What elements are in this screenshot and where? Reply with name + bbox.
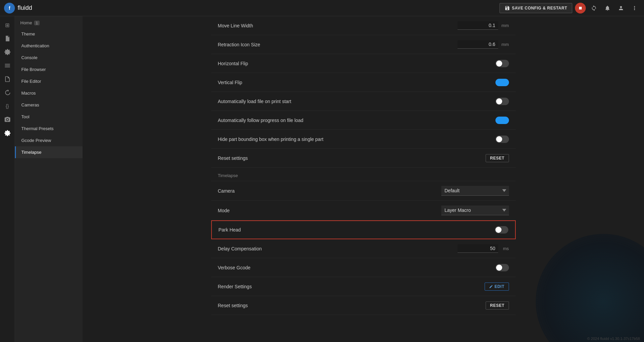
sidebar-item-authentication[interactable]: Authentication	[15, 40, 83, 52]
retraction-icon-size-input[interactable]	[458, 40, 498, 49]
horizontal-flip-row: Horizontal Flip	[211, 54, 516, 73]
reset-settings-label-2: Reset settings	[218, 303, 486, 308]
delay-compensation-input[interactable]	[458, 244, 498, 253]
sidebar-item-file-editor[interactable]: File Editor	[15, 75, 83, 87]
move-line-width-control: mm	[458, 21, 509, 30]
delay-compensation-row: Delay Compensation ms	[211, 239, 516, 258]
verbose-gcode-toggle[interactable]	[495, 264, 509, 271]
reset-button-2[interactable]: RESET	[486, 301, 509, 310]
park-head-row: Park Head	[211, 220, 516, 239]
more-icon	[631, 5, 638, 11]
verbose-gcode-label: Verbose Gcode	[218, 265, 495, 270]
move-line-width-label: Move Line Width	[218, 23, 458, 28]
horizontal-flip-label: Horizontal Flip	[218, 61, 495, 66]
bell-icon	[604, 5, 610, 11]
sidebar-icon-braces[interactable]: {}	[1, 100, 14, 112]
topbar: f fluidd SAVE CONFIG & RESTART	[0, 0, 644, 16]
render-settings-control: EDIT	[485, 283, 509, 291]
camera-control: Default	[441, 186, 509, 196]
vertical-flip-row: Vertical Flip	[211, 73, 516, 92]
save-icon	[505, 5, 510, 11]
sidebar-item-cameras[interactable]: Cameras	[15, 99, 83, 111]
content-area: Move Line Width mm Retraction Icon Size …	[83, 16, 644, 342]
reset-settings-row-1: Reset settings RESET	[211, 149, 516, 168]
sidebar-icon-file[interactable]	[1, 73, 14, 85]
app-title: fluidd	[18, 4, 497, 11]
sidebar-item-theme[interactable]: Theme	[15, 28, 83, 40]
main-layout: ⊞ {} Home 1 Theme	[0, 16, 644, 342]
horizontal-flip-thumb	[496, 60, 502, 67]
auto-load-file-label: Automatically load file on print start	[218, 99, 495, 104]
auto-follow-progress-toggle[interactable]	[495, 117, 509, 124]
icon-bar: ⊞ {}	[0, 16, 15, 342]
hide-bounding-box-thumb	[496, 136, 502, 142]
reset-settings-control-2: RESET	[486, 301, 509, 310]
reset-settings-label-1: Reset settings	[218, 155, 486, 161]
camera-label: Camera	[218, 188, 441, 194]
notifications-button[interactable]	[602, 3, 613, 14]
auto-follow-progress-control	[495, 117, 509, 124]
hide-bounding-box-toggle[interactable]	[495, 136, 509, 143]
save-config-button[interactable]: SAVE CONFIG & RESTART	[499, 3, 572, 13]
sidebar-item-gcode-preview[interactable]: Gcode Preview	[15, 135, 83, 146]
auto-follow-progress-label: Automatically follow progress on file lo…	[218, 118, 495, 123]
mode-label: Mode	[218, 208, 441, 213]
retraction-icon-size-unit: mm	[501, 42, 509, 47]
move-line-width-input[interactable]	[458, 21, 498, 30]
user-button[interactable]	[616, 3, 626, 14]
reset-button-1[interactable]: RESET	[486, 154, 509, 162]
mode-control: Layer Macro Hyperlapse	[441, 205, 509, 215]
reset-settings-control-1: RESET	[486, 154, 509, 162]
sidebar-icon-print[interactable]	[1, 32, 14, 45]
stop-icon	[578, 5, 583, 11]
refresh-button[interactable]	[589, 3, 599, 14]
verbose-gcode-control	[495, 264, 509, 271]
edit-render-button[interactable]: EDIT	[485, 283, 509, 291]
sidebar-icon-layers[interactable]	[1, 59, 14, 72]
hide-bounding-box-label: Hide part bounding box when printing a s…	[218, 137, 495, 142]
sidebar-item-tool[interactable]: Tool	[15, 111, 83, 123]
sidebar-item-thermal-presets[interactable]: Thermal Presets	[15, 123, 83, 135]
edit-icon	[489, 285, 493, 289]
sidebar-item-macros[interactable]: Macros	[15, 87, 83, 99]
retraction-icon-size-row: Retraction Icon Size mm	[211, 35, 516, 54]
mode-select[interactable]: Layer Macro Hyperlapse	[441, 205, 509, 215]
stop-button[interactable]	[575, 3, 586, 14]
render-settings-label: Render Settings	[218, 284, 485, 289]
sidebar-item-file-browser[interactable]: File Browser	[15, 64, 83, 75]
sidebar-icon-settings[interactable]	[1, 46, 14, 58]
mode-row: Mode Layer Macro Hyperlapse	[211, 201, 516, 220]
park-head-label: Park Head	[219, 227, 495, 233]
vertical-flip-toggle[interactable]	[495, 79, 509, 86]
more-menu-button[interactable]	[629, 3, 640, 14]
vertical-flip-label: Vertical Flip	[218, 80, 495, 85]
move-line-width-row: Move Line Width mm	[211, 16, 516, 35]
auto-load-file-thumb	[496, 98, 502, 104]
timelapse-section-header: Timelapse	[211, 168, 516, 181]
horizontal-flip-toggle[interactable]	[495, 60, 509, 67]
auto-load-file-toggle[interactable]	[495, 98, 509, 105]
camera-select[interactable]: Default	[441, 186, 509, 196]
sidebar-icon-camera[interactable]	[1, 114, 14, 126]
auto-follow-progress-row: Automatically follow progress on file lo…	[211, 111, 516, 130]
delay-compensation-control: ms	[458, 244, 509, 253]
park-head-thumb	[495, 227, 502, 233]
horizontal-flip-control	[495, 60, 509, 67]
sidebar-icon-gear-active[interactable]	[1, 127, 14, 139]
render-settings-row: Render Settings EDIT	[211, 277, 516, 296]
verbose-gcode-thumb	[496, 265, 502, 271]
vertical-flip-track	[495, 79, 509, 86]
user-icon	[618, 5, 624, 11]
settings-section: Move Line Width mm Retraction Icon Size …	[211, 16, 516, 315]
app-logo: f	[4, 3, 15, 14]
sidebar: Home 1 Theme Authentication Console File…	[15, 16, 83, 342]
retraction-icon-size-control: mm	[458, 40, 509, 49]
sidebar-item-console[interactable]: Console	[15, 52, 83, 64]
sidebar-item-timelapse[interactable]: Timelapse	[15, 146, 83, 158]
auto-load-file-control	[495, 98, 509, 105]
copyright-text: © 2024 fluidd v1.30.1-37c17b58	[587, 337, 640, 341]
sidebar-icon-dashboard[interactable]: ⊞	[1, 19, 14, 31]
sidebar-home[interactable]: Home 1	[15, 18, 83, 28]
park-head-toggle[interactable]	[495, 226, 508, 234]
sidebar-icon-history[interactable]	[1, 87, 14, 99]
